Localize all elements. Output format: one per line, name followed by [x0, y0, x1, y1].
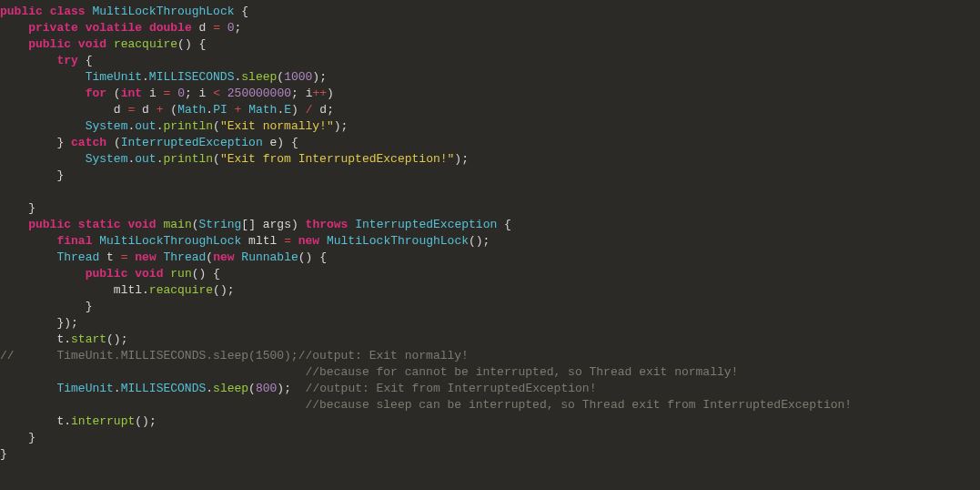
timeunit: TimeUnit [56, 382, 113, 395]
num-800: 800 [256, 382, 277, 395]
num-1000: 1000 [284, 70, 312, 84]
line-19: } [0, 300, 92, 313]
semicolon: ; [185, 87, 192, 100]
dot: . [206, 103, 213, 117]
paren: ) [327, 87, 334, 100]
type-thread: Thread [56, 250, 99, 264]
line-17: public void run() { [0, 267, 220, 281]
line-11: } [0, 168, 64, 182]
line-13: } [0, 201, 35, 215]
var-d: d [114, 103, 121, 117]
dot: . [64, 414, 71, 428]
brace: } [0, 447, 7, 461]
parens: () [135, 414, 149, 428]
parens: () [192, 267, 207, 281]
keyword-new: new [213, 250, 234, 264]
op-eq: = [213, 21, 220, 35]
semicolon: ; [341, 119, 349, 133]
keyword-private: private [28, 21, 78, 35]
paren: ( [277, 70, 284, 84]
string-literal: "Exit normally!" [220, 119, 334, 133]
pi: PI [213, 103, 227, 117]
line-15: final MultiLockThroughLock mltl = new Mu… [0, 234, 490, 248]
line-25: //because sleep can be interrupted, so T… [0, 398, 852, 412]
method-reacquire: reacquire [114, 37, 177, 51]
keyword-throws: throws [306, 218, 349, 231]
keyword-public: public [86, 267, 128, 281]
parens: () [469, 234, 483, 248]
num-0: 0 [177, 87, 185, 100]
line-26: t.interrupt(); [0, 414, 157, 428]
space [291, 382, 298, 395]
op-plus: + [235, 103, 242, 117]
brace: } [56, 168, 64, 182]
runnable: Runnable [241, 250, 298, 264]
exception-type: InterruptedException [355, 218, 497, 231]
keyword-static: static [78, 218, 121, 231]
line-24: TimeUnit.MILLISECONDS.sleep(800); //outp… [0, 382, 596, 395]
line-5: TimeUnit.MILLISECONDS.sleep(1000); [0, 70, 327, 84]
var-i: i [149, 87, 157, 100]
line-6: for (int i = 0; i < 250000000; i++) [0, 87, 334, 100]
brackets: [] [241, 218, 256, 231]
line-8: System.out.println("Exit normally!"); [0, 119, 348, 133]
method-main: main [164, 218, 192, 231]
paren: ) [277, 136, 284, 149]
dot: . [64, 332, 71, 346]
keyword-volatile: volatile [86, 21, 142, 35]
line-2: private volatile double d = 0; [0, 21, 241, 35]
var-d: d [142, 103, 149, 117]
brace: } [28, 431, 35, 444]
paren: ) [312, 70, 319, 84]
out: out [135, 119, 156, 133]
line-9: } catch (InterruptedException e) { [0, 136, 298, 149]
op-plus: + [157, 103, 164, 117]
timeunit: TimeUnit [86, 70, 142, 84]
keyword-void: void [78, 37, 106, 51]
line-10: System.out.println("Exit from Interrupte… [0, 152, 469, 166]
thread-ctor: Thread [164, 250, 207, 264]
keyword-try: try [56, 54, 77, 67]
keyword-catch: catch [71, 136, 106, 149]
keyword-for: for [86, 87, 106, 100]
sleep-call: sleep [241, 70, 277, 84]
math: Math [248, 103, 277, 117]
brace: { [291, 136, 298, 149]
op-eq: = [284, 234, 291, 248]
semicolon: ; [284, 382, 291, 395]
keyword-void: void [135, 267, 163, 281]
out: out [135, 152, 156, 166]
line-23: //because for cannot be interrupted, so … [0, 365, 738, 379]
parens: () [106, 332, 121, 346]
brace: } [56, 136, 64, 149]
paren: ) [64, 316, 71, 330]
println-call: println [163, 119, 213, 133]
paren: ) [291, 218, 298, 231]
semicolon: ; [461, 152, 469, 166]
semicolon: ; [291, 87, 298, 100]
semicolon: ; [121, 332, 128, 346]
paren: ) [334, 119, 341, 133]
paren: ( [114, 87, 121, 100]
line-1: public class MultiLockThroughLock { [0, 5, 248, 18]
math: Math [177, 103, 206, 117]
num-limit: 250000000 [227, 87, 291, 100]
reacquire-call: reacquire [149, 283, 213, 297]
semicolon: ; [227, 283, 235, 297]
method-run: run [170, 267, 191, 281]
semicolon: ; [71, 316, 78, 330]
brace: { [319, 250, 327, 264]
parens: () [177, 37, 192, 51]
brace: { [86, 54, 93, 67]
interrupt-call: interrupt [71, 414, 135, 428]
code-block: public class MultiLockThroughLock { priv… [0, 4, 980, 463]
dot: . [114, 382, 121, 395]
brace: { [213, 267, 220, 281]
line-4: try { [0, 54, 92, 67]
keyword-public: public [0, 5, 43, 18]
line-18: mltl.reacquire(); [0, 283, 235, 297]
sleep-call: sleep [213, 382, 248, 395]
milliseconds: MILLISECONDS [121, 382, 207, 395]
string-literal: "Exit from InterruptedException!" [220, 152, 454, 166]
code-editor: { "code": { "l1":{"public":"public","cla… [0, 0, 980, 490]
